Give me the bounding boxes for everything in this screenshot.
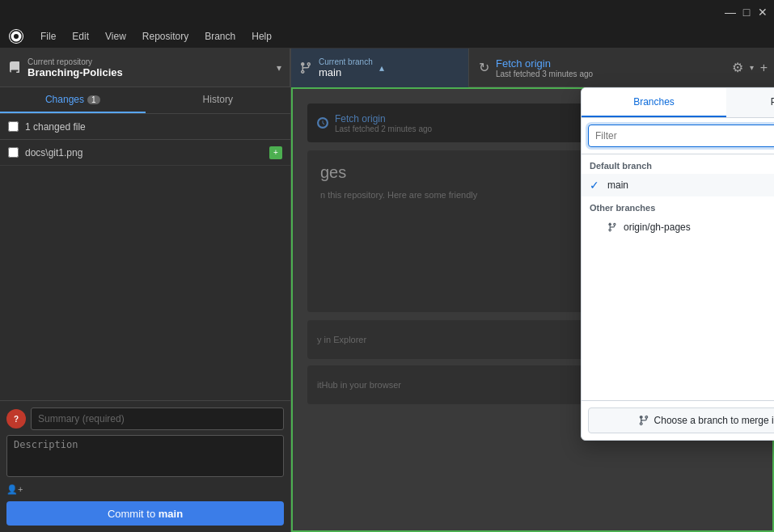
- file-name: docs\git1.png: [25, 147, 263, 158]
- tab-history[interactable]: History: [146, 87, 291, 113]
- branch-filter-input[interactable]: [588, 125, 774, 147]
- repo-name: Branching-Policies: [27, 66, 270, 78]
- tab-bar: Changes 1 History: [0, 87, 290, 114]
- fetch-title: Fetch origin: [496, 57, 593, 70]
- file-list-header: 1 changed file: [0, 114, 290, 140]
- add-coauthor-button[interactable]: 👤+: [6, 484, 284, 495]
- summary-row: ?: [6, 407, 284, 430]
- bg-fetch-info: Fetch origin Last fetched 2 minutes ago: [335, 113, 432, 133]
- dropdown-tab-pull-requests[interactable]: Pull requests: [726, 88, 774, 117]
- merge-icon: [638, 415, 649, 426]
- add-icon[interactable]: +: [760, 61, 768, 75]
- window-controls: — □ ✕: [725, 7, 768, 17]
- menu-branch[interactable]: Branch: [198, 28, 242, 44]
- dropdown-filter-row: New branch: [582, 118, 774, 154]
- branch-dropdown[interactable]: Branches Pull requests New branch Defaul…: [581, 87, 774, 441]
- branch-item-name-gh-pages: origin/gh-pages: [624, 222, 774, 233]
- merge-button[interactable]: Choose a branch to merge into main: [588, 407, 774, 433]
- menu-edit[interactable]: Edit: [66, 28, 95, 44]
- menu-repository[interactable]: Repository: [136, 28, 195, 44]
- bg-fetch-sub: Last fetched 2 minutes ago: [335, 125, 432, 133]
- menu-bar: File Edit View Repository Branch Help: [0, 24, 774, 49]
- svg-point-1: [14, 34, 19, 39]
- commit-button[interactable]: Commit to main: [6, 501, 284, 526]
- file-status-badge: +: [269, 146, 282, 159]
- repo-label: Current repository: [27, 57, 270, 66]
- right-top-bar: Current branch main ▴ ↻ Fetch origin Las…: [291, 49, 774, 87]
- file-checkbox[interactable]: [8, 147, 19, 158]
- tab-changes[interactable]: Changes 1: [0, 87, 146, 113]
- other-branch-section-title: Other branches: [582, 196, 774, 216]
- repo-chevron-icon: ▾: [277, 62, 281, 74]
- bg-fetch-title: Fetch origin: [335, 113, 432, 125]
- dropdown-tab-branches[interactable]: Branches: [582, 88, 726, 117]
- empty-check-icon: ✓: [590, 221, 603, 234]
- top-bar: Current repository Branching-Policies ▾: [0, 49, 290, 87]
- branch-item-name-main: main: [607, 179, 774, 191]
- dropdown-spacer: [582, 239, 774, 400]
- commit-area: ? 👤+ Commit to main: [0, 400, 290, 532]
- summary-input[interactable]: [31, 407, 284, 430]
- left-panel: Current repository Branching-Policies ▾ …: [0, 49, 291, 532]
- avatar: ?: [6, 409, 26, 429]
- app-logo: [8, 28, 24, 44]
- merge-btn-text: Choose a branch to merge into: [654, 415, 774, 426]
- repo-selector[interactable]: Current repository Branching-Policies ▾: [0, 49, 290, 87]
- dropdown-tab-bar: Branches Pull requests: [582, 88, 774, 118]
- default-branch-section-title: Default branch: [582, 154, 774, 174]
- changed-count-label: 1 changed file: [25, 121, 282, 133]
- branch-git-icon: [607, 222, 617, 232]
- fetch-icon: ↻: [479, 60, 489, 75]
- add-coauthor-icon: 👤+: [6, 484, 23, 495]
- description-textarea[interactable]: [6, 435, 284, 477]
- minimize-button[interactable]: —: [725, 7, 735, 17]
- branch-item-main[interactable]: ✓ main 12 hours ago: [582, 174, 774, 196]
- repo-info: Current repository Branching-Policies: [27, 57, 270, 78]
- select-all-checkbox[interactable]: [8, 121, 19, 132]
- branch-chevron-icon: ▴: [379, 62, 384, 74]
- changes-count-badge: 1: [87, 95, 100, 104]
- title-bar: — □ ✕: [0, 0, 774, 24]
- fetch-button[interactable]: ↻ Fetch origin Last fetched 3 minutes ag…: [469, 49, 725, 87]
- file-item[interactable]: docs\git1.png +: [0, 140, 290, 166]
- fetch-info: Fetch origin Last fetched 3 minutes ago: [496, 57, 593, 78]
- check-icon: ✓: [590, 179, 603, 192]
- branch-name: main: [319, 66, 373, 78]
- repo-icon: [8, 61, 21, 74]
- branch-selector[interactable]: Current branch main ▴: [291, 49, 469, 87]
- bg-action-label-2: itHub in your browser: [317, 380, 401, 390]
- branch-info: Current branch main: [319, 57, 373, 78]
- bg-fetch-icon: [317, 117, 328, 129]
- dropdown-footer: Choose a branch to merge into main: [582, 400, 774, 440]
- menu-view[interactable]: View: [99, 28, 133, 44]
- right-panel: Current branch main ▴ ↻ Fetch origin Las…: [291, 49, 774, 532]
- fetch-subtitle: Last fetched 3 minutes ago: [496, 70, 593, 78]
- maximize-button[interactable]: □: [742, 7, 751, 17]
- menu-file[interactable]: File: [34, 28, 62, 44]
- close-button[interactable]: ✕: [758, 7, 768, 17]
- settings-icon[interactable]: ⚙: [732, 60, 743, 75]
- bg-action-label-1: y in Explorer: [317, 335, 366, 344]
- branch-item-gh-pages[interactable]: ✓ origin/gh-pages 8 hours ago: [582, 216, 774, 239]
- branch-label: Current branch: [319, 57, 373, 66]
- menu-help[interactable]: Help: [245, 28, 278, 44]
- chevron-down-icon[interactable]: ▾: [750, 63, 754, 72]
- branch-icon: [299, 61, 312, 74]
- toolbar-icons: ⚙ ▾ +: [725, 60, 774, 75]
